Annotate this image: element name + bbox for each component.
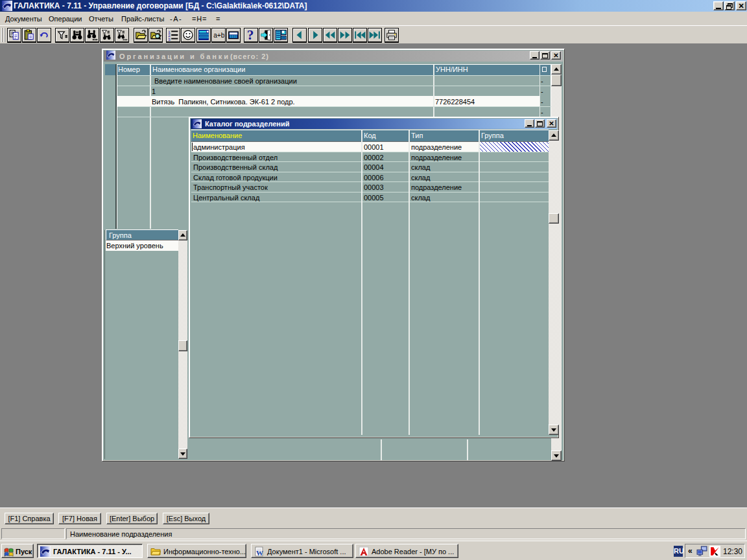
svg-text:3: 3 [168, 38, 171, 41]
svg-text:?: ? [247, 29, 254, 41]
svg-text:W: W [256, 549, 263, 557]
svg-text:a+b: a+b [213, 32, 224, 39]
